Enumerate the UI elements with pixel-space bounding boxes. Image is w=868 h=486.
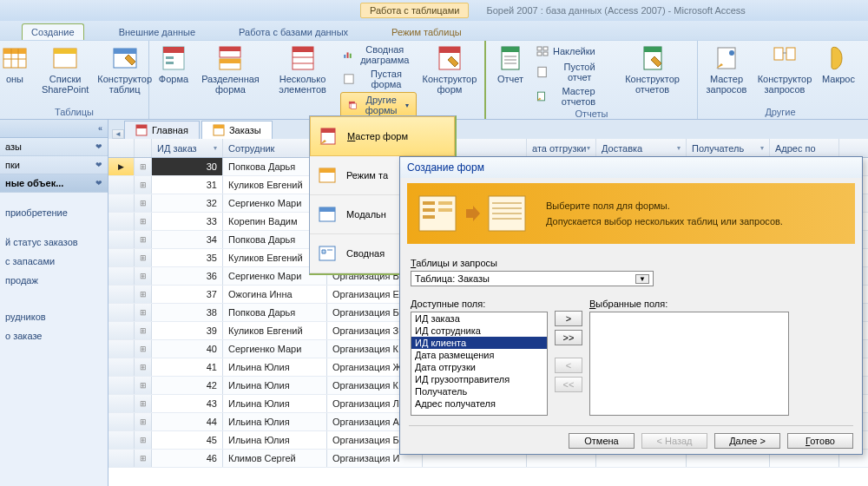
cell-employee[interactable]: Куликов Евгений bbox=[223, 322, 327, 339]
cell-id[interactable]: 31 bbox=[152, 176, 223, 194]
cell-id[interactable]: 32 bbox=[152, 194, 223, 212]
table-designer-button[interactable]: Конструктор таблиц bbox=[95, 43, 155, 96]
row-marker[interactable] bbox=[108, 176, 135, 194]
list-item[interactable]: Дата размещения bbox=[411, 349, 547, 361]
expand-toggle[interactable]: ⊞ bbox=[135, 340, 152, 358]
split-form-button[interactable]: Разделенная форма bbox=[196, 43, 265, 96]
expand-toggle[interactable]: ⊞ bbox=[135, 231, 152, 248]
sharepoint-lists-button[interactable]: Списки SharePoint bbox=[37, 43, 93, 96]
nav-group-buttons[interactable]: пки❤ bbox=[0, 156, 108, 174]
cell-employee[interactable]: Климов Сергей bbox=[223, 450, 327, 467]
cell-id[interactable]: 42 bbox=[152, 377, 223, 394]
list-item[interactable]: Адрес получателя bbox=[411, 397, 547, 410]
other-forms-button[interactable]: Другие формы▾ bbox=[340, 92, 417, 118]
list-item[interactable]: ИД заказа bbox=[411, 312, 547, 325]
doc-tab-home[interactable]: Главная bbox=[124, 121, 200, 139]
col-shipped[interactable]: ата отгрузки▾ bbox=[527, 139, 596, 157]
form-designer-button[interactable]: Конструктор форм bbox=[418, 43, 481, 96]
cell-employee[interactable]: Ожогина Инна bbox=[223, 286, 327, 303]
macro-button[interactable]: Макрос bbox=[818, 43, 859, 86]
expand-toggle[interactable]: ⊞ bbox=[135, 413, 152, 430]
cell-id[interactable]: 34 bbox=[152, 231, 223, 248]
tab-scroll-left[interactable]: ◄ bbox=[112, 129, 124, 139]
cell-employee[interactable]: Ильина Юлия bbox=[223, 377, 327, 394]
cell-employee[interactable]: Ильина Юлия bbox=[223, 358, 327, 376]
table-templates-button[interactable]: оны bbox=[0, 43, 36, 86]
cancel-button[interactable]: Отмена bbox=[569, 433, 635, 449]
next-button[interactable]: Далее > bbox=[714, 433, 780, 449]
cell-id[interactable]: 36 bbox=[152, 267, 223, 285]
col-delivery[interactable]: Доставка▾ bbox=[596, 139, 687, 157]
tab-create[interactable]: Создание bbox=[22, 23, 84, 40]
row-marker[interactable] bbox=[108, 231, 135, 248]
tab-table-mode[interactable]: Режим таблицы bbox=[383, 24, 470, 40]
blank-report-button[interactable]: Пустой отчет bbox=[533, 61, 609, 83]
form-button[interactable]: Форма bbox=[153, 43, 194, 86]
cell-id[interactable]: 45 bbox=[152, 431, 223, 449]
row-marker[interactable] bbox=[108, 431, 135, 449]
add-all-button[interactable]: >> bbox=[555, 330, 582, 345]
tab-database-tools[interactable]: Работа с базами данных bbox=[230, 24, 357, 40]
expand-toggle[interactable]: ⊞ bbox=[135, 322, 152, 339]
expand-toggle[interactable]: ⊞ bbox=[135, 358, 152, 376]
expand-toggle[interactable]: ⊞ bbox=[135, 450, 152, 467]
expand-toggle[interactable]: ⊞ bbox=[135, 395, 152, 412]
expand-toggle[interactable]: ⊞ bbox=[135, 249, 152, 266]
cell-employee[interactable]: Попкова Дарья bbox=[223, 304, 327, 321]
list-item[interactable]: ИД грузоотправителя bbox=[411, 373, 547, 385]
nav-header[interactable]: « bbox=[0, 120, 108, 138]
blank-form-button[interactable]: Пустая форма bbox=[340, 68, 417, 90]
row-marker[interactable] bbox=[108, 286, 135, 303]
cell-id[interactable]: 35 bbox=[152, 249, 223, 266]
row-marker[interactable] bbox=[108, 304, 135, 321]
row-marker[interactable] bbox=[108, 267, 135, 285]
list-item[interactable]: Дата отгрузки bbox=[411, 361, 547, 373]
row-marker[interactable] bbox=[108, 322, 135, 339]
multiple-items-button[interactable]: Несколько элементов bbox=[266, 43, 339, 96]
expand-toggle[interactable]: ⊞ bbox=[135, 286, 152, 303]
cell-id[interactable]: 40 bbox=[152, 340, 223, 358]
col-recipient[interactable]: Получатель▾ bbox=[687, 139, 770, 157]
cell-employee[interactable]: Ильина Юлия bbox=[223, 395, 327, 412]
cell-id[interactable]: 41 bbox=[152, 358, 223, 376]
cell-id[interactable]: 30 bbox=[152, 158, 223, 175]
finish-button[interactable]: Готово bbox=[787, 433, 853, 449]
cell-id[interactable]: 43 bbox=[152, 395, 223, 412]
nav-item-about-order[interactable]: о заказе bbox=[0, 326, 108, 345]
expand-toggle[interactable]: ⊞ bbox=[135, 213, 152, 230]
row-marker[interactable] bbox=[108, 213, 135, 230]
form-wizard-item[interactable]: ММастер формастер форм bbox=[310, 116, 455, 156]
expand-toggle[interactable]: ⊞ bbox=[135, 194, 152, 212]
query-designer-button[interactable]: Конструктор запросов bbox=[753, 43, 816, 96]
row-marker[interactable] bbox=[108, 413, 135, 430]
expand-toggle[interactable]: ⊞ bbox=[135, 267, 152, 285]
row-marker[interactable] bbox=[108, 340, 135, 358]
row-marker[interactable] bbox=[108, 358, 135, 376]
expand-toggle[interactable]: ⊞ bbox=[135, 158, 152, 175]
nav-item-stock[interactable]: с запасами bbox=[0, 252, 108, 271]
labels-button[interactable]: Наклейки bbox=[533, 43, 598, 59]
row-marker[interactable] bbox=[108, 395, 135, 412]
selected-fields-list[interactable] bbox=[589, 312, 789, 416]
expand-toggle[interactable]: ⊞ bbox=[135, 377, 152, 394]
doc-tab-orders[interactable]: Заказы bbox=[201, 121, 273, 139]
tables-combo[interactable]: Таблица: Заказы ▼ bbox=[411, 271, 654, 286]
list-item[interactable]: ИД сотрудника bbox=[411, 325, 547, 337]
expand-toggle[interactable]: ⊞ bbox=[135, 304, 152, 321]
row-marker[interactable] bbox=[108, 377, 135, 394]
query-wizard-button[interactable]: Мастер запросов bbox=[701, 43, 752, 96]
cell-id[interactable]: 39 bbox=[152, 322, 223, 339]
tab-external-data[interactable]: Внешние данные bbox=[110, 24, 204, 40]
cell-id[interactable]: 37 bbox=[152, 286, 223, 303]
available-fields-list[interactable]: ИД заказаИД сотрудникаИД клиентаДата раз… bbox=[411, 312, 548, 416]
add-field-button[interactable]: > bbox=[555, 311, 582, 326]
cell-employee[interactable]: Сергиенко Мари bbox=[223, 340, 327, 358]
expand-toggle[interactable]: ⊞ bbox=[135, 431, 152, 449]
col-id[interactable]: ИД заказ▾ bbox=[152, 139, 223, 157]
cell-id[interactable]: 44 bbox=[152, 413, 223, 430]
list-item[interactable]: ИД клиента bbox=[411, 337, 547, 349]
expand-toggle[interactable]: ⊞ bbox=[135, 176, 152, 194]
pivot-chart-button[interactable]: Сводная диаграмма bbox=[340, 43, 417, 66]
row-marker[interactable] bbox=[108, 450, 135, 467]
cell-id[interactable]: 33 bbox=[152, 213, 223, 230]
